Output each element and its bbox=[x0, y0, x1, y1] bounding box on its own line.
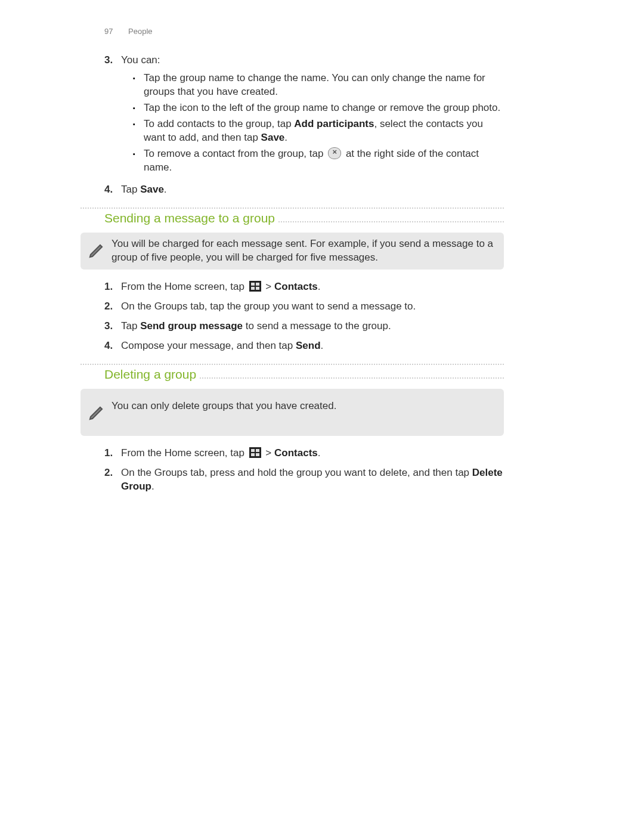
step-body: From the Home screen, tap > Contacts. bbox=[121, 280, 504, 294]
bullet-text: To add contacts to the group, tap Add pa… bbox=[144, 117, 504, 145]
s2-step1: 1. From the Home screen, tap > Contacts. bbox=[104, 280, 504, 294]
note-delete: You can only delete groups that you have… bbox=[80, 389, 504, 436]
section-deleting: Deleting a group bbox=[80, 364, 504, 384]
sending-steps: 1. From the Home screen, tap > Contacts.… bbox=[104, 280, 504, 353]
save-label: Save bbox=[140, 184, 164, 195]
add-participants-label: Add participants bbox=[294, 118, 374, 129]
step-body: Tap Save. bbox=[121, 183, 504, 197]
step-number: 2. bbox=[104, 466, 121, 494]
heading-row: Deleting a group bbox=[80, 365, 504, 384]
send-label: Send bbox=[296, 340, 321, 351]
step3-bullets: ▪ Tap the group name to change the name.… bbox=[133, 72, 504, 175]
t: Compose your message, and then tap bbox=[121, 340, 296, 351]
step-body: Tap Send group message to send a message… bbox=[121, 320, 504, 333]
edit-group-steps: 3. You can: ▪ Tap the group name to chan… bbox=[104, 54, 504, 197]
contacts-label: Contacts bbox=[274, 447, 318, 459]
bullet-icon: ▪ bbox=[133, 101, 144, 115]
bullet-rename: ▪ Tap the group name to change the name.… bbox=[133, 72, 504, 99]
bullet-text: Tap the group name to change the name. Y… bbox=[144, 72, 504, 99]
page: 97 People 3. You can: ▪ Tap the group na… bbox=[0, 0, 644, 833]
step-number: 1. bbox=[104, 280, 121, 294]
page-number: 97 bbox=[104, 27, 113, 36]
t: From the Home screen, tap bbox=[121, 447, 247, 459]
contacts-label: Contacts bbox=[274, 281, 318, 292]
bullet-icon: ▪ bbox=[133, 117, 144, 145]
t: > bbox=[263, 281, 274, 292]
step-number: 4. bbox=[104, 339, 121, 353]
step-body: You can: ▪ Tap the group name to change … bbox=[121, 54, 504, 178]
content-column: 97 People 3. You can: ▪ Tap the group na… bbox=[80, 26, 504, 494]
section-sending: Sending a message to a group bbox=[80, 208, 504, 228]
bullet-text: Tap the icon to the left of the group na… bbox=[144, 101, 504, 115]
t: . bbox=[321, 340, 324, 351]
step-4: 4. Tap Save. bbox=[104, 183, 504, 197]
bullet-icon: ▪ bbox=[133, 72, 144, 99]
apps-grid-icon bbox=[249, 281, 261, 292]
bullet-add: ▪ To add contacts to the group, tap Add … bbox=[133, 117, 504, 145]
bullet-icon: ▪ bbox=[133, 147, 144, 175]
t: to send a message to the group. bbox=[243, 320, 391, 332]
pencil-icon bbox=[80, 400, 112, 425]
remove-x-icon bbox=[328, 147, 341, 159]
bullet-text: To remove a contact from the group, tap … bbox=[144, 147, 504, 175]
step-body: From the Home screen, tap > Contacts. bbox=[121, 447, 504, 460]
running-header: 97 People bbox=[104, 26, 504, 37]
t: . bbox=[318, 281, 321, 292]
rule bbox=[200, 366, 504, 379]
t: Tap bbox=[121, 320, 140, 332]
bullet-remove: ▪ To remove a contact from the group, ta… bbox=[133, 147, 504, 175]
step-body: On the Groups tab, press and hold the gr… bbox=[121, 466, 504, 494]
bullet-photo: ▪ Tap the icon to the left of the group … bbox=[133, 101, 504, 115]
section-heading: Sending a message to a group bbox=[80, 209, 276, 228]
save-label: Save bbox=[261, 132, 285, 143]
step-number: 1. bbox=[104, 447, 121, 460]
step-number: 3. bbox=[104, 320, 121, 333]
s3-step2: 2. On the Groups tab, press and hold the… bbox=[104, 466, 504, 494]
s2-step2: 2. On the Groups tab, tap the group you … bbox=[104, 300, 504, 314]
step-body: On the Groups tab, tap the group you wan… bbox=[121, 300, 504, 314]
step-number: 2. bbox=[104, 300, 121, 314]
t: Tap bbox=[121, 184, 140, 195]
t: . bbox=[164, 184, 167, 195]
section-heading: Deleting a group bbox=[80, 365, 197, 384]
t: To remove a contact from the group, tap bbox=[144, 148, 326, 159]
t: > bbox=[263, 447, 274, 459]
t: . bbox=[318, 447, 321, 459]
rule bbox=[278, 209, 504, 222]
note-charge: You will be charged for each message sen… bbox=[80, 233, 504, 270]
step-lead: You can: bbox=[121, 54, 504, 67]
heading-row: Sending a message to a group bbox=[80, 209, 504, 228]
step-number: 4. bbox=[104, 183, 121, 197]
apps-grid-icon bbox=[249, 447, 261, 458]
s2-step4: 4. Compose your message, and then tap Se… bbox=[104, 339, 504, 353]
step-number: 3. bbox=[104, 54, 121, 178]
note-text: You can only delete groups that you have… bbox=[112, 400, 496, 413]
s2-step3: 3. Tap Send group message to send a mess… bbox=[104, 320, 504, 333]
step-3: 3. You can: ▪ Tap the group name to chan… bbox=[104, 54, 504, 178]
t: . bbox=[284, 132, 287, 143]
note-text: You will be charged for each message sen… bbox=[112, 237, 496, 265]
t: . bbox=[151, 481, 154, 492]
t: From the Home screen, tap bbox=[121, 281, 247, 292]
t: On the Groups tab, press and hold the gr… bbox=[121, 467, 472, 478]
pencil-icon bbox=[80, 237, 112, 263]
t: To add contacts to the group, tap bbox=[144, 118, 294, 129]
s3-step1: 1. From the Home screen, tap > Contacts. bbox=[104, 447, 504, 460]
step-body: Compose your message, and then tap Send. bbox=[121, 339, 504, 353]
send-group-message-label: Send group message bbox=[140, 320, 243, 332]
section-name: People bbox=[128, 27, 152, 36]
deleting-steps: 1. From the Home screen, tap > Contacts.… bbox=[104, 447, 504, 494]
